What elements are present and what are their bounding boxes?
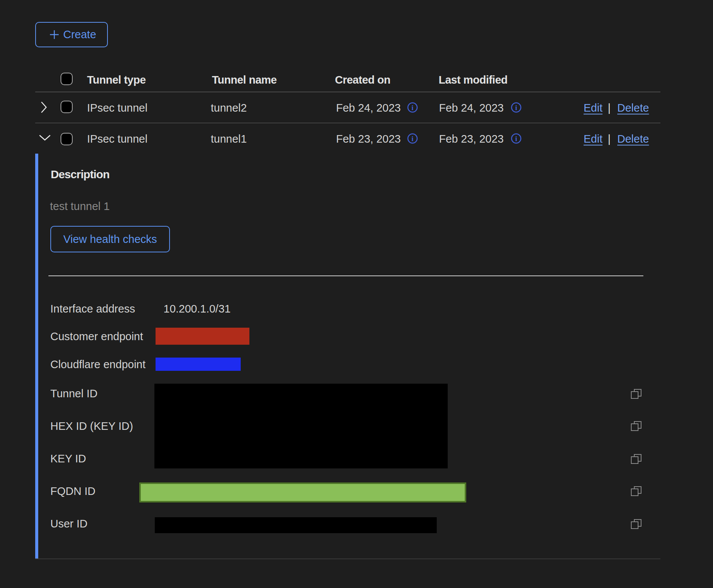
svg-text:i: i	[515, 104, 517, 112]
svg-text:i: i	[515, 135, 517, 143]
svg-text:i: i	[411, 135, 413, 143]
svg-text:i: i	[411, 104, 413, 112]
